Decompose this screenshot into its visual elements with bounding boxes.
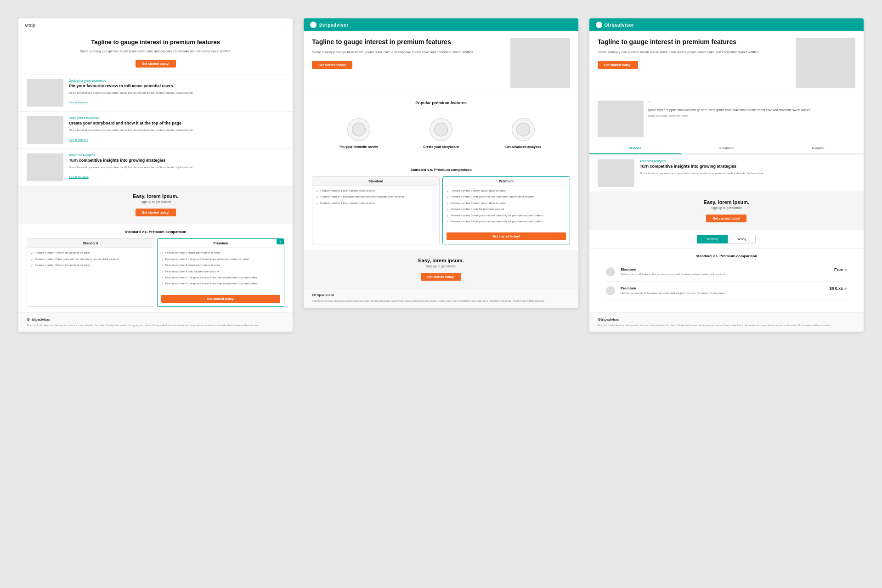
footer-text-center: Tiramisu fruid cake chocolate pound cake… [312,299,570,303]
active-tab-label: Advanced Analytics [640,159,855,163]
chevron-down-icon-standard[interactable]: ∨ [844,268,847,272]
comparison-table-center: Standard ✓ Feature number 1 lorem ipsum … [312,176,570,244]
easy-cta-right[interactable]: Get started today! [706,215,746,222]
hero-cta-center[interactable]: Get started today! [312,61,352,69]
feature-desc-1: Donut lemon drops sesame snaps cotton ca… [69,91,284,95]
footer-logo-left: ⊙ tripadvisor [27,317,284,322]
pricing-dot-premium [606,286,615,295]
comparison-cta-center[interactable]: Get started today! [447,232,566,240]
tab-storyboard[interactable]: Storyboard [681,143,772,154]
check-icon: ✓ [31,258,33,261]
feature-desc-3: Donut lemon drops sesame snaps cotton ca… [69,165,284,170]
feature-link-3[interactable]: See all Reviews [69,175,89,178]
feature-circle-3 [512,118,535,141]
check-icon: ✓ [161,251,164,255]
feature-label-2: Show your best photos [69,116,284,119]
list-item: ✓ Feature number 2 that goes into two li… [316,195,435,199]
ta-owl-icon-center [310,22,317,28]
easy-subtitle-center: Sign up to get started [311,265,571,268]
card-center: ⊙tripadvisor Tagline to gauge interest i… [304,18,578,308]
center-feature-3: Get advanced analytics [484,118,563,149]
check-icon: ✓ [31,264,33,267]
active-tab-desc: Donut lemon drops sesame snaps cotton ca… [640,171,855,175]
center-feature-1: Pin your favourite review [319,118,398,149]
testimonial-image [598,101,644,137]
easy-cta-center[interactable]: Get started today! [421,273,461,281]
footer-text-left: Tiramisu fruid cake chocolate pound cake… [27,323,284,327]
pricing-plans-right: Standard Get access to all features but … [598,263,855,307]
tab-reviews[interactable]: Reviews [589,143,681,154]
check-icon: ✓ [161,282,164,286]
feature-title-2: Create your storyboard and show it at th… [69,121,284,126]
chevron-down-icon-premium[interactable]: ∨ [844,287,847,291]
feature-text-3: Advanced Analytics Turn competitive insi… [69,153,284,180]
footer-logo-right: ⊙tripadvisor [598,317,855,322]
popular-features-title: Popular premium features [312,101,570,105]
footer-logo-center: ⊙tripadvisor [312,293,570,297]
ta-logo-right: ⊙tripadvisor [604,23,634,28]
ta-header-center: ⊙tripadvisor [304,18,578,31]
footer-center: ⊙tripadvisor Tiramisu fruid cake chocola… [304,288,578,307]
feature-text-1: Spotlight a great experience Pin your fa… [69,79,284,105]
feature-circle-inner-3 [516,123,530,136]
center-feature-label-1: Pin your favourite review [319,145,398,149]
list-item: ✓ Feature number 1 lorem ipsum dolor sit… [316,189,435,193]
testimonial-quote: Quote from a supplier and video can go h… [648,108,855,113]
hero-right: Tagline to gauge interest in premium fea… [589,31,864,95]
comparison-center: Standard v.s. Premium comparison Standar… [304,162,578,250]
feature-circle-2 [430,118,452,141]
feature-circle-inner-2 [434,123,448,136]
standard-features-center: ✓ Feature number 1 lorem ipsum dolor sit… [312,186,439,210]
hero-subtitle-center: Some subcopy can go here lorem ipsum dol… [312,50,504,55]
footer-text-right: Tiramisu fruid cake chocolate pound cake… [598,323,855,327]
premium-features-center: ✓ Feature number 1 lorem ipsum dolor sit… [443,186,570,228]
feature-row-3: Advanced Analytics Turn competitive insi… [18,148,293,186]
feature-link-1[interactable]: See all features [69,101,88,104]
standard-header-left: Standard [27,239,154,248]
check-icon: ✓ [31,251,33,255]
premium-features-left: ✓ Feature number 1 lorem ipsum dolor sit… [158,248,284,290]
easy-cta-left[interactable]: Get started today! [136,209,176,216]
easy-subtitle-left: Sign up to get started [26,200,285,204]
toggle-yearly[interactable]: Yearly [728,235,756,243]
pricing-amount-standard: Free ∨ [834,267,847,272]
hero-cta-left[interactable]: Get started today! [136,60,176,68]
pricing-row-premium: Premium Unlocks access to all features a… [606,282,847,300]
easy-section-center: Easy, lorem ipsum. Sign up to get starte… [304,250,578,288]
list-item: ✓ Feature number 1 lorem ipsum dolor sit… [447,189,566,193]
quote-mark-icon: " [648,101,855,108]
hero-title-center: Tagline to gauge interest in premium fea… [312,38,504,46]
list-item: ✓ Feature number 2 that goes into two li… [161,257,281,261]
center-feature-label-2: Create your storyboard [401,145,480,149]
tripadvisor-logo-icon: ⊙ [27,317,30,322]
easy-subtitle-right: Sign up to get started [597,206,856,209]
pricing-comparison-right: Standard v.s. Premium comparison Standar… [589,248,864,312]
check-icon: ✓ [447,220,449,224]
comparison-table-left: Standard ✓ Feature number 1 lorem ipsum … [27,238,284,306]
comparison-title-left: Standard v.s. Premium comparison [27,230,284,234]
feature-link-2[interactable]: See all features [69,138,88,141]
toggle-monthly[interactable]: Monthly [697,235,728,243]
tripadvisor-logo-icon-right: ⊙tripadvisor [598,317,620,322]
hero-cta-right[interactable]: Get started today! [598,61,638,69]
list-item: ✓ Feature number 6 that goes into two li… [447,220,566,224]
center-feature-label-3: Get advanced analytics [484,145,563,149]
check-icon: ✓ [447,208,449,211]
footer-left: ⊙ tripadvisor Tiramisu fruid cake chocol… [18,312,293,332]
easy-section-left: Easy, lorem ipsum. Sign up to get starte… [18,186,293,224]
list-item: ✓ Feature number 1 lorem ipsum dolor sit… [31,251,150,255]
easy-section-right: Easy, lorem ipsum. Sign up to get starte… [589,192,864,230]
pricing-desc-premium: Unlocks access to all features and dedic… [621,291,826,295]
comparison-cta-left[interactable]: Get started today! [161,295,281,303]
check-icon: ✓ [161,264,164,267]
standard-col-left: Standard ✓ Feature number 1 lorem ipsum … [27,238,154,306]
active-tab-content: Advanced Analytics Turn competitive insi… [589,154,864,192]
tab-analytics[interactable]: Analytics [772,143,864,154]
list-item: ✓ Feature number 5 that goes into two li… [161,276,281,280]
feature-label-1: Spotlight a great experience [69,79,284,82]
feature-circle-inner-1 [352,123,366,136]
list-item: ✓ Feature number 4 only for premium acco… [161,270,281,274]
standard-col-center: Standard ✓ Feature number 1 lorem ipsum … [312,176,440,244]
active-tab-title: Turn competitive insights into growing s… [640,164,855,170]
check-icon: ✓ [447,214,449,218]
